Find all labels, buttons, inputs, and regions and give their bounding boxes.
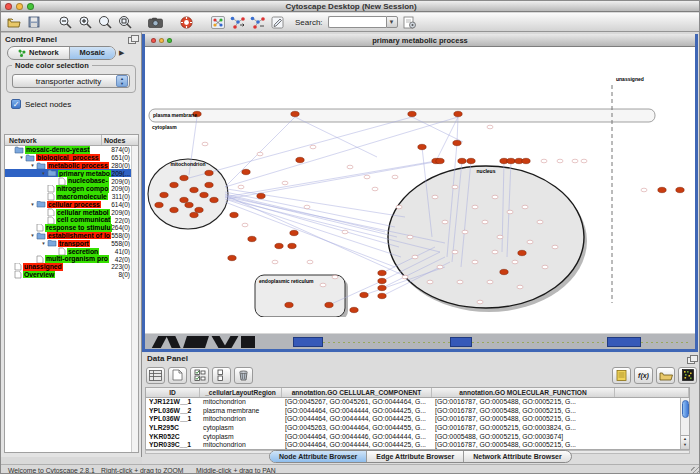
tree-row-biological-process[interactable]: ▼biological_process651(0)	[5, 154, 138, 162]
cell[interactable]: mitochondrion	[200, 441, 282, 450]
notepad-icon[interactable]	[612, 367, 631, 384]
node-color-dropdown[interactable]: transporter activity ▲▼	[12, 74, 130, 88]
cell[interactable]: mitochondrion	[200, 415, 282, 424]
float-panel-icon[interactable]	[128, 35, 137, 43]
open-icon[interactable]	[5, 14, 22, 30]
attribute-table-header[interactable]: ID_cellularLayoutRegionannotation.GO CEL…	[146, 388, 689, 398]
search-combo[interactable]: ▼	[328, 16, 398, 28]
expand-triangle-icon[interactable]: ▼	[18, 155, 25, 160]
cell[interactable]: plasma membrane	[200, 407, 282, 416]
zoom-out-icon[interactable]	[56, 14, 73, 30]
expand-triangle-icon[interactable]: ▼	[40, 241, 47, 246]
tree-row-transport[interactable]: ▼transport558(0)	[5, 240, 138, 248]
scrollbar-arrows[interactable]: ▲▼	[681, 435, 689, 449]
table-row-ypl036w-2[interactable]: YPL036W__2plasma membrane[GO:0044464, GO…	[146, 407, 689, 416]
cell[interactable]: [GO:0044464, GO:0044444, GO:0044425, G..…	[282, 407, 432, 416]
resize-grip[interactable]	[691, 467, 700, 474]
cell[interactable]: [GO:0016787, GO:0005488, GO:0005215, G..…	[432, 415, 615, 424]
zoom-fit-icon[interactable]	[96, 14, 113, 30]
cell[interactable]: [GO:0045263, GO:0044464, GO:0044455, G..…	[282, 424, 432, 433]
import-attributes-icon[interactable]	[656, 367, 675, 384]
network-close-button[interactable]	[151, 38, 156, 43]
new-attribute-icon[interactable]	[168, 367, 187, 384]
tree-col-network[interactable]: Network	[5, 135, 102, 145]
cell[interactable]: [GO:0045267, GO:0045261, GO:0044464, G..…	[282, 398, 432, 407]
tree-row-macromolecule[interactable]: macromolecule311(0)	[5, 193, 138, 201]
tree-row-unassigned[interactable]: unassigned223(0)	[5, 263, 138, 271]
close-button[interactable]	[5, 3, 12, 10]
table-row-ylr295c[interactable]: YLR295Ccytoplasm[GO:0045263, GO:0044464,…	[146, 424, 689, 433]
tree-row-multi-organism-pro[interactable]: multi-organism pro42(0)	[5, 255, 138, 263]
tab-node-attribute-browser[interactable]: Node Attribute Browser	[270, 451, 367, 462]
tree-row-primary-metabo[interactable]: ▼primary metabo209(...	[5, 169, 138, 177]
cell[interactable]: [GO:0044464, GO:0044444, GO:0044425, G..…	[282, 415, 432, 424]
search-dropdown-arrow[interactable]: ▼	[386, 16, 398, 28]
cell[interactable]: cytoplasm	[200, 433, 282, 442]
zoom-selected-icon[interactable]	[116, 14, 133, 30]
cell[interactable]: [GO:0016787, GO:0005215, GO:0003824, G..…	[432, 424, 615, 433]
table-vertical-scrollbar[interactable]: ▲▼	[680, 398, 689, 449]
tree-row-secretion[interactable]: secretion41(0)	[5, 247, 138, 255]
plugins-icon[interactable]	[401, 14, 418, 30]
minimize-button[interactable]	[16, 3, 23, 10]
tree-col-nodes[interactable]: Nodes	[102, 135, 138, 145]
tab-overflow-arrow[interactable]: ▶	[119, 49, 124, 57]
network-view-window[interactable]: primary metabolic process plasma membran…	[142, 34, 698, 352]
tree-row-metabolic-process[interactable]: ▼metabolic process280(0)	[5, 162, 138, 170]
matrix-icon[interactable]	[678, 367, 697, 384]
tree-row-overview[interactable]: Overview8(0)	[5, 271, 138, 279]
column-header-id[interactable]: ID	[146, 388, 200, 397]
cell[interactable]: [GO:0016787, GO:0005488, GO:0005215, G..…	[432, 398, 615, 407]
zoom-in-icon[interactable]	[76, 14, 93, 30]
delete-attribute-icon[interactable]	[234, 367, 253, 384]
tab-mosaic[interactable]: Mosaic	[70, 47, 115, 59]
function-builder-icon[interactable]: f(x)	[634, 367, 653, 384]
layout-a-icon[interactable]	[229, 14, 246, 30]
cell[interactable]: [GO:0005488, GO:0005215, GO:0003674]	[432, 433, 615, 442]
cell[interactable]: YJR121W__1	[146, 398, 200, 407]
network-canvas[interactable]: plasma membranecytoplasmmitochondrionnuc…	[145, 47, 695, 333]
zoom-button[interactable]	[27, 3, 34, 10]
table-row-ydr039c-1[interactable]: YDR039C__1mitochondrion[GO:0044464, GO:0…	[146, 441, 689, 450]
tree-row-response-to-stimulu[interactable]: response to stimulu264(0)	[5, 224, 138, 232]
tree-row-nucleobase[interactable]: nucleobase-209(0)	[5, 177, 138, 185]
select-all-attrs-icon[interactable]	[190, 367, 209, 384]
select-nodes-checkbox[interactable]: ✓	[11, 99, 21, 109]
cell[interactable]: [GO:0016787, GO:0005488, GO:0005215, G..…	[432, 441, 615, 450]
table-row-ykr052c[interactable]: YKR052Ccytoplasm[GO:0044464, GO:0044446,…	[146, 433, 689, 442]
cell[interactable]: YDR039C__1	[146, 441, 200, 450]
tab-network-attribute-browser[interactable]: Network Attribute Browser	[464, 451, 570, 462]
layout-b-icon[interactable]	[249, 14, 266, 30]
expand-triangle-icon[interactable]: ▼	[29, 163, 36, 168]
tree-row-cellular-process[interactable]: ▼cellular process614(0)	[5, 201, 138, 209]
expand-triangle-icon[interactable]: ▼	[29, 202, 36, 207]
tree-row-cellular-metabol[interactable]: cellular metabol209(0)	[5, 208, 138, 216]
snapshot-icon[interactable]	[147, 14, 164, 30]
tree-row-mosaic-demo-yeast[interactable]: mosaic-demo-yeast874(0)	[5, 146, 138, 154]
window-controls[interactable]	[5, 3, 34, 10]
tab-edge-attribute-browser[interactable]: Edge Attribute Browser	[367, 451, 464, 462]
table-row-ypl036w-1[interactable]: YPL036W__1mitochondrion[GO:0044464, GO:0…	[146, 415, 689, 424]
tree-row-nitrogen-compo[interactable]: nitrogen compo209(0)	[5, 185, 138, 193]
table-row-yjr121w-1[interactable]: YJR121W__1mitochondrion[GO:0045267, GO:0…	[146, 398, 689, 407]
cell[interactable]: YPL036W__2	[146, 407, 200, 416]
tree-row-cell-communicat[interactable]: cell communicat22(0)	[5, 216, 138, 224]
app-title-bar[interactable]: Cytoscape Desktop (New Session)	[1, 1, 700, 12]
network-zoom-button[interactable]	[167, 38, 172, 43]
cell[interactable]: YPL036W__1	[146, 415, 200, 424]
column-header-annotation-go-molecular-function[interactable]: annotation.GO MOLECULAR_FUNCTION	[432, 388, 615, 397]
cell[interactable]: [GO:0044464, GO:0044446, GO:0044444, G..…	[282, 433, 432, 442]
tree-scrollbar[interactable]	[131, 146, 138, 452]
attribute-select-icon[interactable]	[146, 367, 165, 384]
column-header-annotation-go-cellular-component[interactable]: annotation.GO CELLULAR_COMPONENT	[282, 388, 432, 397]
attribute-table[interactable]: ID_cellularLayoutRegionannotation.GO CEL…	[145, 387, 690, 450]
network-window-title-bar[interactable]: primary metabolic process	[145, 34, 695, 47]
expand-triangle-icon[interactable]: ▼	[40, 171, 47, 176]
cell[interactable]: [GO:0016787, GO:0005488, GO:0005215, G..…	[432, 407, 615, 416]
cell[interactable]: YLR295C	[146, 424, 200, 433]
tab-network[interactable]: Network	[8, 47, 70, 59]
cell[interactable]: mitochondrion	[200, 398, 282, 407]
expand-triangle-icon[interactable]: ▼	[29, 233, 36, 238]
annotation-icon[interactable]	[269, 14, 286, 30]
cell[interactable]: [GO:0044464, GO:0044444, GO:0044425, G..…	[282, 441, 432, 450]
